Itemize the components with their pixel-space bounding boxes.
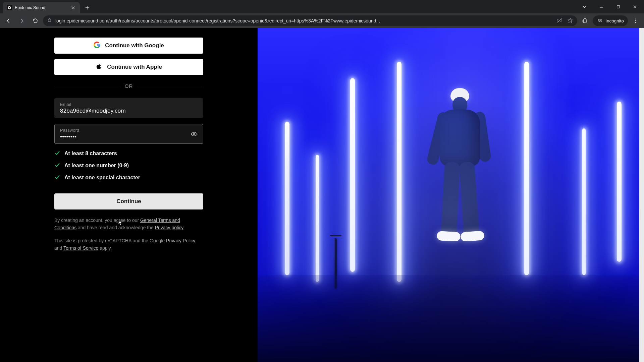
legal-text-part: By creating an account, you agree to our xyxy=(54,218,140,223)
password-value: •••••••• xyxy=(60,133,184,140)
incognito-chip[interactable]: Incognito xyxy=(593,15,628,26)
rule-text: At least one special character xyxy=(64,175,140,181)
google-privacy-link[interactable]: Privacy Policy xyxy=(166,238,195,243)
nav-reload-icon[interactable] xyxy=(30,15,41,26)
window-controls xyxy=(577,0,644,13)
new-tab-button[interactable] xyxy=(83,3,92,12)
password-field[interactable]: Password •••••••• xyxy=(54,124,203,144)
address-bar[interactable]: login.epidemicsound.com/auth/realms/acco… xyxy=(43,15,577,26)
svg-point-16 xyxy=(635,19,636,19)
auth-panel: Already have an account? Log in Continue… xyxy=(0,28,258,362)
tab-favicon xyxy=(7,5,12,10)
scrollbar[interactable] xyxy=(639,28,644,362)
kebab-menu-icon[interactable] xyxy=(630,15,641,26)
page: Already have an account? Log in Continue… xyxy=(0,28,644,362)
lock-icon xyxy=(47,18,52,24)
incognito-icon xyxy=(597,17,603,24)
legal-text-part: apply. xyxy=(98,245,112,251)
or-label: OR xyxy=(125,83,133,89)
email-label: Email xyxy=(60,102,198,107)
check-icon xyxy=(54,174,60,181)
incognito-label: Incognito xyxy=(605,18,624,23)
bookmark-star-icon[interactable] xyxy=(567,17,573,24)
legal-text-part: and xyxy=(54,245,63,251)
continue-with-apple-button[interactable]: Continue with Apple xyxy=(54,59,203,75)
check-icon xyxy=(54,162,60,169)
continue-button[interactable]: Continue xyxy=(54,193,203,209)
tab-search-icon[interactable] xyxy=(577,1,592,12)
svg-marker-12 xyxy=(568,18,573,22)
tab-close-icon[interactable] xyxy=(70,5,76,10)
continue-button-label: Continue xyxy=(116,198,141,204)
tab-strip: Epidemic Sound xyxy=(0,0,644,13)
rule-number: At least one number (0-9) xyxy=(54,162,203,169)
google-tos-link[interactable]: Terms of Service xyxy=(63,245,98,251)
nav-forward-icon[interactable] xyxy=(16,15,28,26)
svg-point-19 xyxy=(194,133,195,135)
tab-title: Epidemic Sound xyxy=(15,5,68,10)
browser-tab[interactable]: Epidemic Sound xyxy=(3,2,80,13)
email-value: 82ba96cd@moodjoy.com xyxy=(60,108,184,114)
svg-point-13 xyxy=(598,20,600,22)
google-icon xyxy=(94,42,100,50)
address-bar-url: login.epidemicsound.com/auth/realms/acco… xyxy=(55,18,553,23)
rule-8-chars: At least 8 characters xyxy=(54,150,203,157)
toggle-password-visibility-icon[interactable] xyxy=(190,129,199,139)
privacy-link[interactable]: Privacy policy xyxy=(155,225,184,230)
svg-rect-7 xyxy=(617,5,620,8)
svg-point-17 xyxy=(635,20,636,21)
continue-with-google-button[interactable]: Continue with Google xyxy=(54,38,203,54)
nav-back-icon[interactable] xyxy=(3,15,14,26)
or-divider: OR xyxy=(54,83,203,89)
rule-text: At least one number (0-9) xyxy=(64,163,129,169)
google-button-label: Continue with Google xyxy=(105,42,164,49)
extensions-icon[interactable] xyxy=(579,15,591,26)
window-maximize-icon[interactable] xyxy=(610,1,626,12)
svg-rect-10 xyxy=(48,20,51,22)
browser-toolbar: login.epidemicsound.com/auth/realms/acco… xyxy=(0,13,644,28)
svg-point-1 xyxy=(9,7,10,9)
email-field[interactable]: Email 82ba96cd@moodjoy.com xyxy=(54,98,203,118)
legal-text: By creating an account, you agree to our… xyxy=(54,217,203,252)
apple-button-label: Continue with Apple xyxy=(107,64,162,70)
window-close-icon[interactable] xyxy=(627,1,643,12)
legal-text-part: and have read and acknowledge the xyxy=(76,225,155,230)
legal-text-part: This site is protected by reCAPTCHA and … xyxy=(54,238,166,243)
check-icon xyxy=(54,150,60,157)
window-minimize-icon[interactable] xyxy=(594,1,609,12)
eye-off-icon[interactable] xyxy=(556,17,562,24)
hero-media xyxy=(258,28,644,362)
svg-point-18 xyxy=(635,22,636,23)
password-label: Password xyxy=(60,128,198,133)
browser-chrome: Epidemic Sound xyxy=(0,0,644,28)
apple-icon xyxy=(96,63,102,71)
svg-point-14 xyxy=(600,20,602,22)
rule-special: At least one special character xyxy=(54,174,203,181)
rule-text: At least 8 characters xyxy=(64,150,117,157)
